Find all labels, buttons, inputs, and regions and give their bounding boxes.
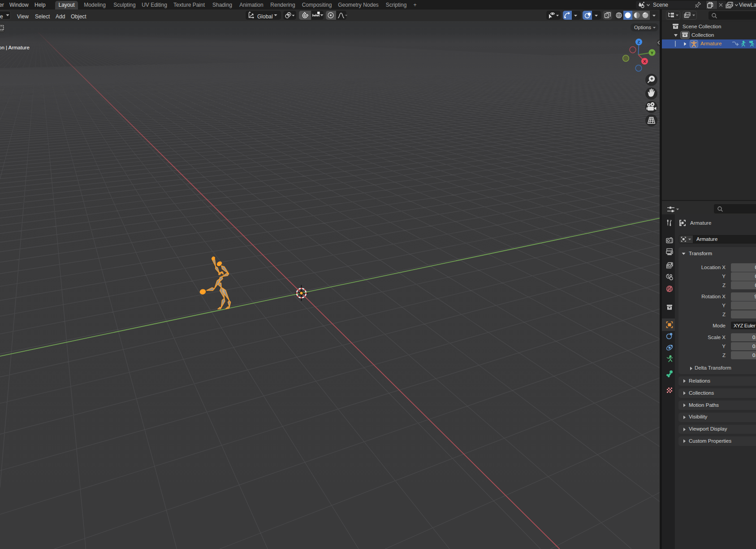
svg-text:Y: Y (651, 50, 654, 55)
svg-text:Z: Z (638, 39, 640, 44)
svg-text:X: X (643, 59, 646, 64)
